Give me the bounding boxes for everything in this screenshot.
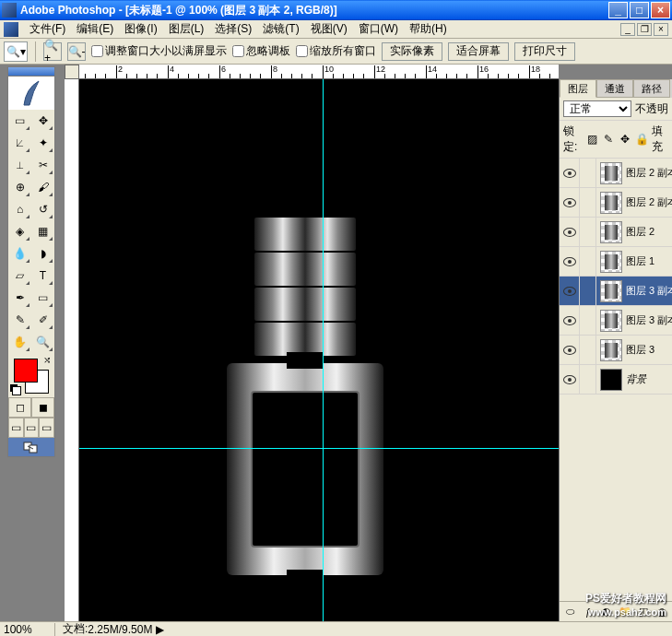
layer-name[interactable]: 图层 3 副本 [626,313,672,327]
menu-item[interactable]: 帮助(H) [404,19,453,39]
layer-thumbnail[interactable] [600,280,622,302]
layer-link-area[interactable] [580,365,596,394]
lock-image-icon[interactable]: ✎ [602,133,615,146]
magic-wand-tool[interactable]: ✦ [31,132,54,154]
layer-link-area[interactable] [580,277,596,305]
path-select-tool[interactable]: ▱ [8,265,31,287]
menu-item[interactable]: 窗口(W) [353,19,404,39]
shape-tool[interactable]: ▭ [31,287,54,309]
slice-tool[interactable]: ✂ [31,154,54,176]
ignore-palettes-checkbox[interactable]: 忽略调板 [232,43,290,59]
ruler-horizontal[interactable]: 024681012141618 [65,65,559,79]
menu-item[interactable]: 编辑(E) [71,19,119,39]
layer-thumbnail[interactable] [600,251,622,273]
notes-tool[interactable]: ✎ [8,309,31,331]
canvas[interactable] [79,79,559,621]
layer-name[interactable]: 图层 2 [626,225,672,239]
doc-close-button[interactable]: × [654,23,668,36]
layer-item[interactable]: 图层 3 副本 2 [560,277,672,306]
foreground-color[interactable] [14,359,38,383]
ruler-vertical[interactable] [65,79,79,621]
lock-position-icon[interactable]: ✥ [619,133,631,146]
layer-item[interactable]: 图层 3 副本 [560,306,672,336]
dodge-tool[interactable]: ◗ [31,242,54,265]
zoom-level[interactable]: 100% [0,623,55,636]
document-size[interactable]: 文档:2.25M/9.50M ▶ [55,621,171,636]
screen-mode-full-menu[interactable]: ▭ [24,418,40,438]
doc-restore-button[interactable]: ❐ [637,23,652,36]
layer-thumbnail[interactable] [600,192,622,214]
layer-name[interactable]: 图层 3 [626,343,672,357]
screen-mode-standard[interactable]: ▭ [8,418,24,438]
type-tool[interactable]: T [31,265,54,287]
layer-visibility-toggle[interactable] [560,218,580,246]
layer-visibility-toggle[interactable] [560,365,580,394]
zoom-out-button[interactable]: 🔍- [67,42,86,61]
layer-link-area[interactable] [580,159,596,187]
layer-item[interactable]: 背景 [560,365,672,395]
resize-to-fit-checkbox[interactable]: 调整窗口大小以满屏显示 [91,43,227,59]
layer-item[interactable]: 图层 3 [560,336,672,365]
layer-visibility-toggle[interactable] [560,336,580,364]
guide-horizontal[interactable] [79,448,559,449]
move-tool[interactable]: ✥ [31,110,54,132]
menu-item[interactable]: 视图(V) [305,19,353,39]
layer-thumbnail[interactable] [600,339,622,361]
fit-screen-button[interactable]: 适合屏幕 [448,42,509,61]
jump-to-imageready[interactable] [8,438,54,456]
close-button[interactable]: × [651,2,670,18]
layer-thumbnail[interactable] [600,310,622,332]
layer-thumbnail[interactable] [600,162,622,184]
layer-name[interactable]: 图层 2 副本 2 [626,166,672,180]
menu-item[interactable]: 图层(L) [163,19,210,39]
layer-name[interactable]: 图层 1 [626,254,672,268]
marquee-tool[interactable]: ▭ [8,110,31,132]
menu-item[interactable]: 文件(F) [24,19,71,39]
layer-thumbnail[interactable] [600,369,622,391]
menu-item[interactable]: 图像(I) [119,19,162,39]
layer-visibility-toggle[interactable] [560,159,580,187]
layer-name[interactable]: 背景 [626,372,672,386]
status-menu-arrow-icon[interactable]: ▶ [156,623,164,636]
layer-link-area[interactable] [580,247,596,276]
minimize-button[interactable]: _ [608,2,628,18]
tool-preset-picker[interactable]: 🔍▾ [4,41,28,62]
layer-item[interactable]: 图层 2 副本 2 [560,159,672,188]
maximize-button[interactable]: □ [630,2,649,18]
layer-link-area[interactable] [580,336,596,364]
eyedropper-tool[interactable]: ✐ [31,309,54,331]
pen-tool[interactable]: ✒ [8,287,31,309]
panel-tab[interactable]: 图层 [560,79,596,98]
eraser-tool[interactable]: ◈ [8,220,31,242]
layer-item[interactable]: 图层 1 [560,247,672,277]
ruler-origin[interactable] [65,65,79,79]
healing-tool[interactable]: ⊕ [8,176,31,198]
default-colors-icon[interactable] [10,384,21,395]
swap-colors-icon[interactable]: ⤭ [43,355,51,365]
layer-item[interactable]: 图层 2 [560,218,672,247]
stamp-tool[interactable]: ⌂ [8,198,31,220]
brush-tool[interactable]: 🖌 [31,176,54,198]
layer-link-area[interactable] [580,306,596,335]
blur-tool[interactable]: 💧 [8,242,31,265]
link-layers-button[interactable]: ⬭ [563,605,576,619]
layer-visibility-toggle[interactable] [560,247,580,276]
layer-link-area[interactable] [580,188,596,217]
standard-mode-button[interactable]: ◻ [8,397,31,418]
layer-thumbnail[interactable] [600,221,622,243]
blend-mode-select[interactable]: 正常 [563,100,631,117]
lock-transparency-icon[interactable]: ▨ [585,133,598,146]
crop-tool[interactable]: ⟂ [8,154,31,176]
zoom-in-button[interactable]: 🔍+ [43,42,62,61]
menu-item[interactable]: 滤镜(T) [257,19,304,39]
layer-name[interactable]: 图层 3 副本 2 [626,284,672,298]
hand-tool[interactable]: ✋ [8,331,31,353]
panel-tab[interactable]: 通道 [596,79,633,98]
history-brush-tool[interactable]: ↺ [31,198,54,220]
layer-name[interactable]: 图层 2 副本 [626,195,672,209]
guide-vertical[interactable] [323,79,324,621]
toolbox-grip[interactable] [8,67,54,77]
doc-minimize-button[interactable]: _ [620,23,635,36]
layer-link-area[interactable] [580,218,596,246]
zoom-tool[interactable]: 🔍 [31,331,54,353]
